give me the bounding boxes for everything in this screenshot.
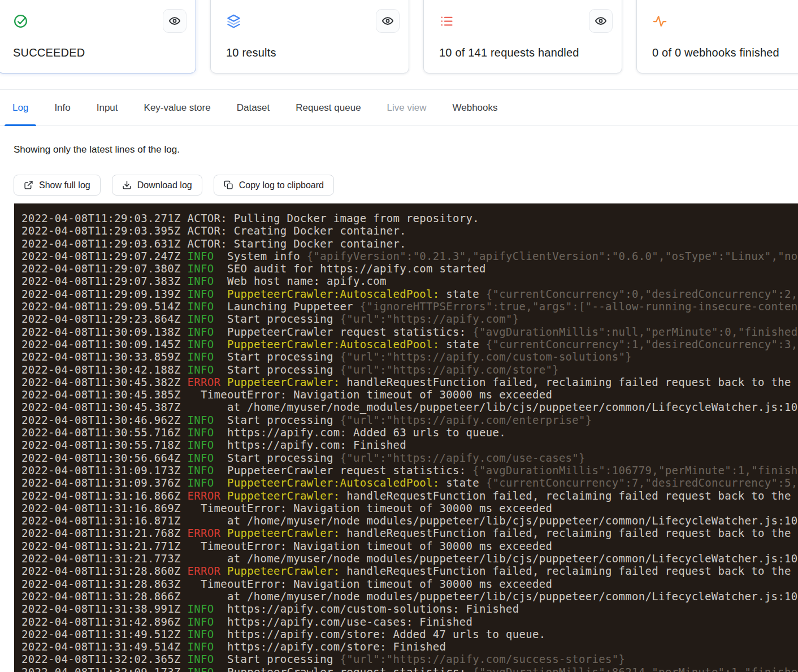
- status-card-10-of-141-requests-handled: 10 of 141 requests handled: [423, 0, 622, 73]
- status-card-label: SUCCEEDED: [13, 46, 85, 59]
- log-line: 2022-04-08T11:31:49.512Z INFO https://ap…: [21, 628, 798, 640]
- log-line: 2022-04-08T11:30:45.385Z TimeoutError: N…: [21, 388, 798, 401]
- log-line: 2022-04-08T11:30:42.188Z INFO Start proc…: [21, 363, 798, 376]
- log-line: 2022-04-08T11:30:45.387Z at /home/myuser…: [21, 401, 798, 413]
- copy-log-to-clipboard-button[interactable]: Copy log to clipboard: [214, 175, 334, 196]
- log-line: 2022-04-08T11:31:21.771Z TimeoutError: N…: [21, 540, 798, 552]
- log-actions-row: Show full logDownload logCopy log to cli…: [14, 175, 798, 196]
- log-line: 2022-04-08T11:32:09.173Z INFO PuppeteerC…: [21, 666, 798, 672]
- eye-icon: [168, 15, 181, 27]
- status-card-label: 10 results: [226, 46, 276, 59]
- show-full-log-button[interactable]: Show full log: [14, 175, 101, 196]
- check-circle-icon: [13, 14, 28, 29]
- download-icon: [122, 180, 132, 190]
- log-line: 2022-04-08T11:29:07.380Z INFO SEO audit …: [21, 262, 798, 275]
- log-line: 2022-04-08T11:31:16.871Z at /home/myuser…: [21, 514, 798, 527]
- log-line: 2022-04-08T11:29:07.247Z INFO System inf…: [21, 250, 798, 262]
- status-card-10-results: 10 results: [210, 0, 409, 73]
- tab-bar: LogInfoInputKey-value storeDatasetReques…: [0, 89, 798, 126]
- status-cards-row: SUCCEEDED10 results10 of 141 requests ha…: [0, 0, 798, 73]
- log-line: 2022-04-08T11:32:02.365Z INFO Start proc…: [21, 653, 798, 665]
- log-line: 2022-04-08T11:31:38.991Z INFO https://ap…: [21, 602, 798, 615]
- log-line: 2022-04-08T11:31:09.173Z INFO PuppeteerC…: [21, 464, 798, 476]
- log-line: 2022-04-08T11:29:07.383Z INFO Web host n…: [21, 275, 798, 287]
- log-line: 2022-04-08T11:30:33.859Z INFO Start proc…: [21, 350, 798, 363]
- tab-dataset[interactable]: Dataset: [237, 90, 270, 125]
- log-note: Showing only the latest lines of the log…: [14, 144, 798, 155]
- log-line: 2022-04-08T11:31:16.866Z ERROR Puppeteer…: [21, 489, 798, 502]
- copy-icon: [224, 180, 233, 190]
- log-line: 2022-04-08T11:30:09.145Z INFO PuppeteerC…: [21, 338, 798, 350]
- button-label: Show full log: [39, 180, 90, 190]
- status-card-0-of-0-webhooks-finished: 0 of 0 webhooks finished: [636, 0, 798, 73]
- log-line: 2022-04-08T11:29:03.271Z ACTOR: Pulling …: [21, 212, 798, 224]
- tab-input[interactable]: Input: [97, 90, 118, 125]
- log-line: 2022-04-08T11:31:42.896Z INFO https://ap…: [21, 615, 798, 628]
- log-line: 2022-04-08T11:31:49.514Z INFO https://ap…: [21, 640, 798, 653]
- log-line: 2022-04-08T11:31:21.773Z at /home/myuser…: [21, 552, 798, 565]
- log-line: 2022-04-08T11:29:09.139Z INFO PuppeteerC…: [21, 288, 798, 300]
- download-log-button[interactable]: Download log: [112, 175, 202, 196]
- tab-info[interactable]: Info: [54, 90, 70, 125]
- card-view-button[interactable]: [376, 9, 400, 33]
- button-label: Copy log to clipboard: [239, 180, 324, 190]
- log-line: 2022-04-08T11:31:28.860Z ERROR Puppeteer…: [21, 565, 798, 577]
- log-line: 2022-04-08T11:30:46.962Z INFO Start proc…: [21, 414, 798, 426]
- eye-icon: [595, 15, 607, 27]
- tab-live-view: Live view: [387, 90, 427, 125]
- log-line: 2022-04-08T11:29:03.395Z ACTOR: Creating…: [21, 224, 798, 237]
- log-line: 2022-04-08T11:29:09.514Z INFO Launching …: [21, 300, 798, 313]
- status-card-label: 0 of 0 webhooks finished: [652, 46, 779, 59]
- run-detail-page: SUCCEEDED10 results10 of 141 requests ha…: [0, 0, 798, 672]
- log-line: 2022-04-08T11:31:28.866Z at /home/myuser…: [21, 590, 798, 602]
- external-link-icon: [24, 180, 33, 190]
- layers-icon: [226, 14, 241, 29]
- status-card-label: 10 of 141 requests handled: [439, 46, 579, 59]
- activity-icon: [652, 14, 667, 29]
- log-line: 2022-04-08T11:31:21.768Z ERROR Puppeteer…: [21, 527, 798, 539]
- log-line: 2022-04-08T11:31:09.376Z INFO PuppeteerC…: [21, 476, 798, 489]
- log-line: 2022-04-08T11:29:03.631Z ACTOR: Starting…: [21, 237, 798, 250]
- tab-key-value-store[interactable]: Key-value store: [144, 90, 211, 125]
- tab-webhooks[interactable]: Webhooks: [453, 90, 498, 125]
- log-line: 2022-04-08T11:30:55.716Z INFO https://ap…: [21, 426, 798, 439]
- log-line: 2022-04-08T11:29:23.864Z INFO Start proc…: [21, 313, 798, 325]
- log-viewer[interactable]: 2022-04-08T11:29:03.271Z ACTOR: Pulling …: [14, 203, 798, 672]
- log-line: 2022-04-08T11:30:45.382Z ERROR Puppeteer…: [21, 376, 798, 388]
- list-icon: [439, 14, 454, 29]
- log-line: 2022-04-08T11:30:56.664Z INFO Start proc…: [21, 452, 798, 464]
- log-line: 2022-04-08T11:31:16.869Z TimeoutError: N…: [21, 502, 798, 514]
- eye-icon: [381, 15, 394, 27]
- tab-request-queue[interactable]: Request queue: [296, 90, 361, 125]
- log-line: 2022-04-08T11:31:28.863Z TimeoutError: N…: [21, 578, 798, 590]
- card-view-button[interactable]: [589, 9, 613, 33]
- card-view-button[interactable]: [163, 9, 187, 33]
- log-line: 2022-04-08T11:30:09.138Z INFO PuppeteerC…: [21, 326, 798, 338]
- button-label: Download log: [137, 180, 192, 190]
- tab-log[interactable]: Log: [12, 90, 28, 125]
- status-card-succeeded: SUCCEEDED: [0, 0, 196, 73]
- log-line: 2022-04-08T11:30:55.718Z INFO https://ap…: [21, 439, 798, 451]
